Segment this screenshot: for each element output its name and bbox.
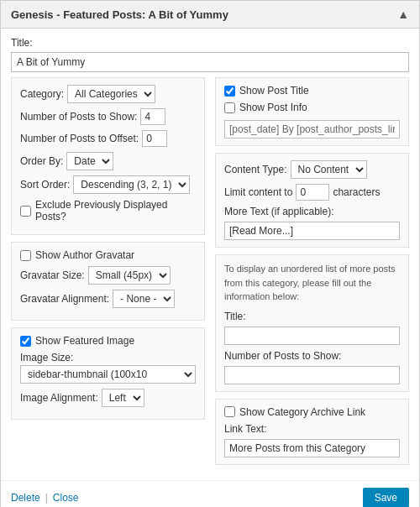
show-info-label: Show Post Info xyxy=(239,102,307,113)
image-size-row: Image Size: sidebar-thumbnail (100x10 xyxy=(20,352,196,384)
content-type-label: Content Type: xyxy=(224,164,287,175)
limit-suffix: characters xyxy=(333,186,380,198)
gravatar-size-select[interactable]: Small (45px) xyxy=(88,266,171,285)
gravatar-align-select[interactable]: - None - xyxy=(113,290,175,308)
link-text-row: Link Text: xyxy=(224,423,400,457)
image-size-select[interactable]: sidebar-thumbnail (100x10 xyxy=(20,365,196,384)
delete-link[interactable]: Delete xyxy=(11,492,40,504)
more-text-input[interactable] xyxy=(224,222,400,240)
content-type-select[interactable]: No Content xyxy=(291,160,367,179)
image-align-label: Image Alignment: xyxy=(20,392,98,404)
category-label: Category: xyxy=(20,88,64,100)
category-section: Category: All Categories Number of Posts… xyxy=(11,77,205,235)
gravatar-section: Show Author Gravatar Gravatar Size: Smal… xyxy=(11,242,205,321)
post-title-section: Show Post Title Show Post Info xyxy=(215,77,409,146)
title-label: Title: xyxy=(11,37,409,49)
show-archive-row: Show Category Archive Link xyxy=(224,406,400,418)
more-posts-description: To display an unordered list of more pos… xyxy=(224,262,400,304)
show-title-label: Show Post Title xyxy=(239,85,309,97)
show-archive-label: Show Category Archive Link xyxy=(239,406,365,418)
show-image-row: Show Featured Image xyxy=(20,335,196,347)
limit-input[interactable] xyxy=(296,184,329,201)
limit-label: Limit content to xyxy=(224,186,292,198)
limit-row: Limit content to characters xyxy=(224,184,400,201)
widget-title-input[interactable] xyxy=(11,52,409,72)
show-archive-checkbox[interactable] xyxy=(224,406,235,417)
sort-order-label: Sort Order: xyxy=(20,179,70,191)
image-align-select[interactable]: Left xyxy=(102,389,144,407)
more-title-input[interactable] xyxy=(224,327,400,345)
image-align-row: Image Alignment: Left xyxy=(20,389,196,407)
more-num-posts-row: Number of Posts to Show: xyxy=(224,350,400,384)
num-posts-label: Number of Posts to Show: xyxy=(20,111,137,123)
order-by-row: Order By: Date xyxy=(20,152,196,170)
exclude-row: Exclude Previously Displayed Posts? xyxy=(20,199,196,222)
more-num-posts-input[interactable] xyxy=(224,366,400,384)
show-image-label: Show Featured Image xyxy=(35,335,134,347)
order-by-label: Order By: xyxy=(20,155,63,167)
gravatar-size-label: Gravatar Size: xyxy=(20,269,85,281)
show-image-checkbox[interactable] xyxy=(20,336,31,347)
more-title-row: Title: xyxy=(224,311,400,345)
widget-container: Genesis - Featured Posts: A Bit of Yummy… xyxy=(0,0,420,507)
show-gravatar-row: Show Author Gravatar xyxy=(20,249,196,261)
footer-links: Delete | Close xyxy=(11,492,79,504)
category-select[interactable]: All Categories xyxy=(67,85,155,103)
exclude-checkbox[interactable] xyxy=(20,206,31,217)
close-link[interactable]: Close xyxy=(53,492,79,504)
num-offset-label: Number of Posts to Offset: xyxy=(20,133,139,144)
post-info-input[interactable] xyxy=(224,120,400,139)
more-num-posts-label: Number of Posts to Show: xyxy=(224,350,400,362)
gravatar-align-label: Gravatar Alignment: xyxy=(20,293,109,305)
category-row: Category: All Categories xyxy=(20,85,196,103)
show-gravatar-label: Show Author Gravatar xyxy=(35,249,134,261)
columns-wrapper: Category: All Categories Number of Posts… xyxy=(1,77,419,480)
footer-separator: | xyxy=(45,492,48,504)
widget-header-title: Genesis - Featured Posts: A Bit of Yummy xyxy=(11,8,228,21)
content-type-row: Content Type: No Content xyxy=(224,160,400,179)
num-posts-input[interactable] xyxy=(140,108,165,125)
link-text-label: Link Text: xyxy=(224,423,400,435)
gravatar-align-row: Gravatar Alignment: - None - xyxy=(20,290,196,308)
right-column: Show Post Title Show Post Info Content T… xyxy=(215,77,409,472)
show-info-checkbox[interactable] xyxy=(224,102,235,113)
archive-link-section: Show Category Archive Link Link Text: xyxy=(215,399,409,465)
sort-order-row: Sort Order: Descending (3, 2, 1) xyxy=(20,175,196,194)
link-text-input[interactable] xyxy=(224,439,400,457)
exclude-label: Exclude Previously Displayed Posts? xyxy=(35,199,196,222)
widget-title-section: Title: xyxy=(1,29,419,77)
widget-header[interactable]: Genesis - Featured Posts: A Bit of Yummy… xyxy=(1,1,419,29)
num-offset-input[interactable] xyxy=(142,130,167,147)
collapse-arrow-icon: ▲ xyxy=(397,8,409,21)
widget-footer: Delete | Close Save xyxy=(1,480,419,508)
num-posts-row: Number of Posts to Show: xyxy=(20,108,196,125)
left-column: Category: All Categories Number of Posts… xyxy=(11,77,205,472)
content-type-section: Content Type: No Content Limit content t… xyxy=(215,153,409,248)
more-text-label: More Text (if applicable): xyxy=(224,206,400,217)
num-offset-row: Number of Posts to Offset: xyxy=(20,130,196,147)
more-posts-section: To display an unordered list of more pos… xyxy=(215,254,409,392)
more-text-section: More Text (if applicable): xyxy=(224,206,400,240)
show-title-checkbox[interactable] xyxy=(224,86,235,97)
gravatar-size-row: Gravatar Size: Small (45px) xyxy=(20,266,196,285)
save-button[interactable]: Save xyxy=(363,488,409,508)
show-title-row: Show Post Title xyxy=(224,85,400,97)
more-title-label: Title: xyxy=(224,311,400,322)
sort-order-select[interactable]: Descending (3, 2, 1) xyxy=(73,175,190,194)
show-info-row: Show Post Info xyxy=(224,102,400,113)
image-section: Show Featured Image Image Size: sidebar-… xyxy=(11,327,205,420)
show-gravatar-checkbox[interactable] xyxy=(20,250,31,261)
order-by-select[interactable]: Date xyxy=(66,152,113,170)
image-size-label: Image Size: xyxy=(20,352,73,363)
